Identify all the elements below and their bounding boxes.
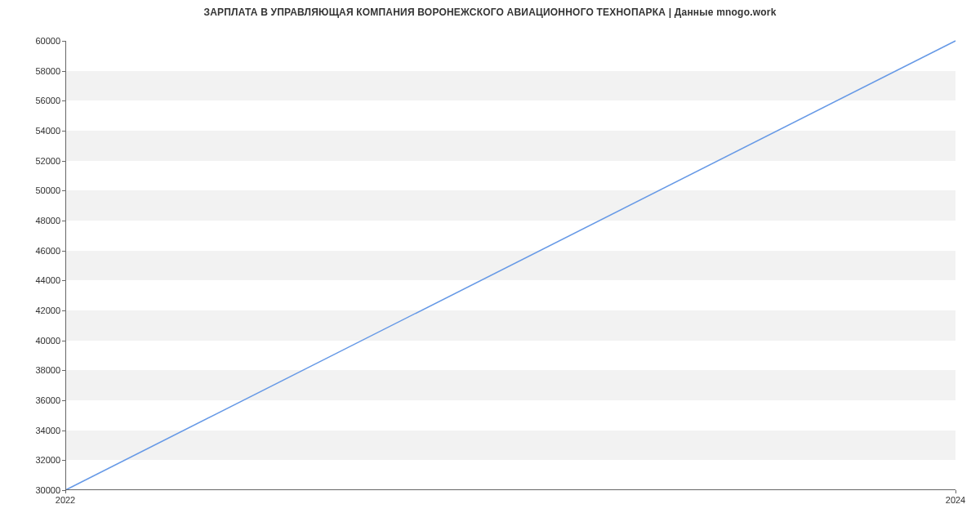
y-tick-label: 58000 <box>35 66 60 76</box>
plot-area: 3000032000340003600038000400004200044000… <box>65 41 956 490</box>
y-tick-mark <box>62 71 65 72</box>
series-line <box>65 41 956 490</box>
y-tick-mark <box>62 161 65 162</box>
y-tick-label: 56000 <box>35 96 60 105</box>
y-tick-label: 52000 <box>35 156 60 166</box>
y-tick-mark <box>62 310 65 311</box>
y-tick-mark <box>62 131 65 132</box>
y-tick-mark <box>62 251 65 252</box>
x-tick-mark <box>956 490 956 493</box>
y-tick-label: 36000 <box>35 395 60 405</box>
chart-series <box>65 41 956 490</box>
y-tick-label: 44000 <box>35 275 60 285</box>
x-tick-mark <box>65 490 66 493</box>
y-tick-mark <box>62 100 65 101</box>
y-tick-label: 54000 <box>35 126 60 136</box>
y-tick-label: 38000 <box>35 365 60 375</box>
x-tick-label: 2024 <box>946 495 965 505</box>
x-axis-line <box>65 489 956 490</box>
y-tick-mark <box>62 190 65 191</box>
y-tick-label: 30000 <box>35 485 60 495</box>
y-tick-mark <box>62 400 65 401</box>
y-tick-label: 46000 <box>35 246 60 256</box>
y-tick-label: 50000 <box>35 185 60 195</box>
y-tick-label: 34000 <box>35 426 60 435</box>
y-tick-label: 48000 <box>35 216 60 225</box>
y-tick-mark <box>62 41 65 42</box>
y-tick-mark <box>62 341 65 341</box>
y-tick-label: 40000 <box>35 336 60 346</box>
y-tick-mark <box>62 460 65 461</box>
chart-title: ЗАРПЛАТА В УПРАВЛЯЮЩАЯ КОМПАНИЯ ВОРОНЕЖС… <box>0 7 980 18</box>
y-tick-mark <box>62 280 65 281</box>
y-tick-label: 60000 <box>35 36 60 46</box>
y-tick-mark <box>62 431 65 431</box>
x-tick-label: 2022 <box>56 495 75 505</box>
y-tick-mark <box>62 370 65 371</box>
line-chart: ЗАРПЛАТА В УПРАВЛЯЮЩАЯ КОМПАНИЯ ВОРОНЕЖС… <box>0 0 980 531</box>
y-tick-label: 32000 <box>35 455 60 465</box>
y-tick-label: 42000 <box>35 306 60 315</box>
y-tick-mark <box>62 221 65 221</box>
y-axis-line <box>65 41 66 490</box>
